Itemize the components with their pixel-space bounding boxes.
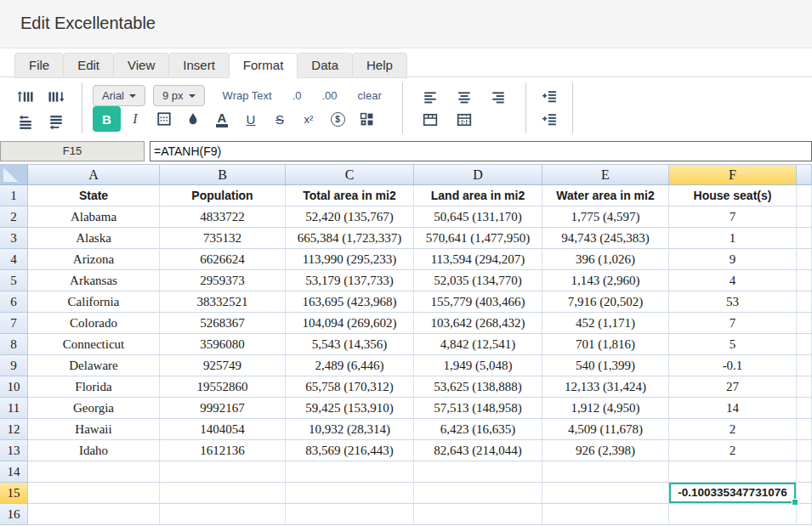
cell-F10[interactable]: 27 <box>669 376 797 398</box>
cell-B10[interactable]: 19552860 <box>160 376 286 398</box>
cell-C7[interactable]: 104,094 (269,602) <box>286 313 414 334</box>
formula-input[interactable]: =ATANH(F9) <box>150 141 812 161</box>
cell-A15[interactable] <box>28 483 160 504</box>
cell-A12[interactable]: Hawaii <box>28 419 160 440</box>
cell-G8[interactable] <box>797 334 812 355</box>
cell-A13[interactable]: Idaho <box>28 440 160 461</box>
cell-D16[interactable] <box>414 504 542 525</box>
cell-C3[interactable]: 665,384 (1,723,337) <box>286 228 414 249</box>
row-header-13[interactable]: 13 <box>0 440 28 461</box>
cell-G12[interactable] <box>797 419 812 440</box>
cell-E16[interactable] <box>542 504 669 525</box>
cell-F12[interactable]: 2 <box>669 419 797 440</box>
tab-help[interactable]: Help <box>352 53 407 78</box>
cell-G7[interactable] <box>797 313 812 334</box>
row-header-3[interactable]: 3 <box>0 228 28 249</box>
cell-G15[interactable] <box>797 483 812 504</box>
row-header-5[interactable]: 5 <box>0 270 28 291</box>
cell-C8[interactable]: 5,543 (14,356) <box>286 334 414 355</box>
cell-B1[interactable]: Population <box>160 185 286 206</box>
cell-E9[interactable]: 540 (1,399) <box>542 355 669 376</box>
cell-E6[interactable]: 7,916 (20,502) <box>542 291 669 313</box>
cell-E14[interactable] <box>542 461 669 483</box>
row-header-9[interactable]: 9 <box>0 355 28 376</box>
currency-button[interactable]: $ <box>323 107 352 131</box>
row-header-6[interactable]: 6 <box>0 291 28 313</box>
column-header-G[interactable] <box>797 164 812 185</box>
cell-F6[interactable]: 53 <box>669 291 797 313</box>
cell-D10[interactable]: 53,625 (138,888) <box>414 376 542 398</box>
cell-B5[interactable]: 2959373 <box>160 270 286 291</box>
cell-B15[interactable] <box>160 483 286 504</box>
cell-G1[interactable] <box>797 185 812 206</box>
cell-C14[interactable] <box>286 461 414 483</box>
cell-F11[interactable]: 14 <box>669 398 797 419</box>
cell-G10[interactable] <box>797 376 812 398</box>
cell-F4[interactable]: 9 <box>669 249 797 270</box>
cell-D11[interactable]: 57,513 (148,958) <box>414 398 542 419</box>
cell-D14[interactable] <box>414 461 542 483</box>
cell-B12[interactable]: 1404054 <box>160 419 286 440</box>
row-header-4[interactable]: 4 <box>0 249 28 270</box>
cell-F3[interactable]: 1 <box>669 228 797 249</box>
column-header-A[interactable]: A <box>28 164 160 185</box>
column-header-E[interactable]: E <box>542 164 669 185</box>
row-header-14[interactable]: 14 <box>0 461 28 483</box>
cell-E11[interactable]: 1,912 (4,950) <box>542 398 669 419</box>
cell-G9[interactable] <box>797 355 812 376</box>
row-header-2[interactable]: 2 <box>0 206 28 228</box>
cell-B6[interactable]: 38332521 <box>160 291 286 313</box>
borders-icon[interactable] <box>150 108 179 130</box>
cell-A4[interactable]: Arizona <box>28 249 160 270</box>
insert-row-above-icon[interactable] <box>13 111 38 133</box>
cell-E1[interactable]: Water area in mi2 <box>542 185 669 206</box>
cell-C5[interactable]: 53,179 (137,733) <box>286 270 414 291</box>
cell-E5[interactable]: 1,143 (2,960) <box>542 270 669 291</box>
cell-C4[interactable]: 113,990 (295,233) <box>286 249 414 270</box>
cell-G2[interactable] <box>797 206 812 228</box>
cell-A14[interactable] <box>28 461 160 483</box>
tab-data[interactable]: Data <box>297 53 353 78</box>
cell-B3[interactable]: 735132 <box>160 228 286 249</box>
tab-format[interactable]: Format <box>229 53 298 78</box>
cell-A1[interactable]: State <box>28 185 160 206</box>
cell-G14[interactable] <box>797 461 812 483</box>
cell-F16[interactable] <box>669 504 797 525</box>
cell-A10[interactable]: Florida <box>28 376 160 398</box>
cell-A16[interactable] <box>28 504 160 525</box>
cell-F8[interactable]: 5 <box>669 334 797 355</box>
insert-above-icon[interactable] <box>537 86 562 108</box>
cell-A8[interactable]: Connecticut <box>28 334 160 355</box>
cell-D6[interactable]: 155,779 (403,466) <box>414 291 542 313</box>
cell-D7[interactable]: 103,642 (268,432) <box>414 313 542 334</box>
cell-E3[interactable]: 94,743 (245,383) <box>542 228 669 249</box>
cell-A5[interactable]: Arkansas <box>28 270 160 291</box>
strikethrough-button[interactable]: S <box>265 107 294 131</box>
cell-A9[interactable]: Delaware <box>28 355 160 376</box>
cell-B7[interactable]: 5268367 <box>160 313 286 334</box>
row-header-15[interactable]: 15 <box>0 483 28 504</box>
row-header-16[interactable]: 16 <box>0 504 28 525</box>
row-header-8[interactable]: 8 <box>0 334 28 355</box>
cell-B8[interactable]: 3596080 <box>160 334 286 355</box>
cell-D9[interactable]: 1,949 (5,048) <box>414 355 542 376</box>
cell-E12[interactable]: 4,509 (11,678) <box>542 419 669 440</box>
cell-C10[interactable]: 65,758 (170,312) <box>286 376 414 398</box>
merge-cells-icon[interactable] <box>352 108 381 130</box>
cell-C16[interactable] <box>286 504 414 525</box>
align-center-icon[interactable] <box>447 86 481 108</box>
align-left-icon[interactable] <box>413 86 447 108</box>
cell-C13[interactable]: 83,569 (216,443) <box>286 440 414 461</box>
cell-G16[interactable] <box>797 504 812 525</box>
row-header-11[interactable]: 11 <box>0 398 28 419</box>
cell-A7[interactable]: Colorado <box>28 313 160 334</box>
cell-reference-box[interactable]: F15 <box>0 141 145 161</box>
cell-B11[interactable]: 9992167 <box>160 398 286 419</box>
cell-G13[interactable] <box>797 440 812 461</box>
cell-C1[interactable]: Total area in mi2 <box>286 185 414 206</box>
column-header-F[interactable]: F <box>669 164 797 185</box>
cell-D13[interactable]: 82,643 (214,044) <box>414 440 542 461</box>
fill-color-icon[interactable] <box>179 108 207 130</box>
increase-decimal-button[interactable]: .00 <box>321 89 337 102</box>
cell-B14[interactable] <box>160 461 286 483</box>
